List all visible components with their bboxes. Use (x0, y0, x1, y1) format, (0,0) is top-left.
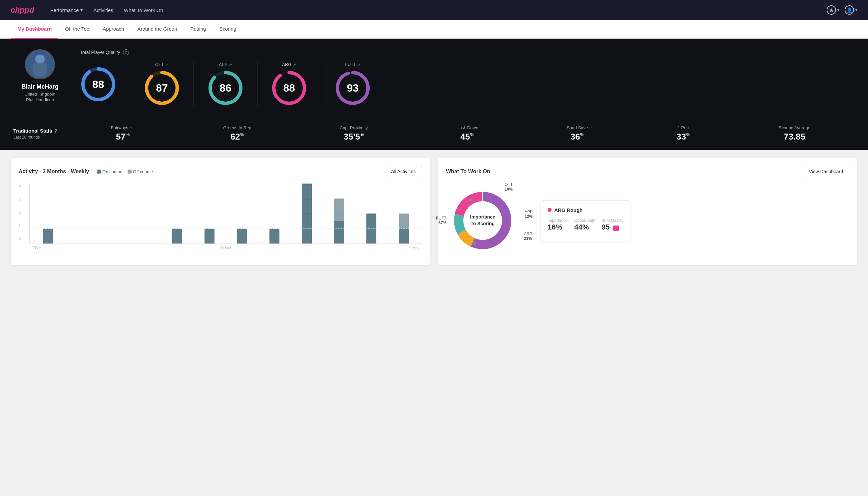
arg-value: 88 (283, 82, 295, 94)
tab-nav: My Dashboard Off the Tee Approach Around… (0, 20, 868, 38)
bar-chart-area (29, 184, 422, 244)
activity-card-header: Activity - 3 Months - Weekly On course O… (19, 166, 422, 177)
player-country: United Kingdom (25, 92, 56, 97)
metric-importance: Importance 16% (548, 218, 568, 232)
tab-around-the-green[interactable]: Around the Green (130, 20, 184, 38)
bar-group-10 (324, 199, 355, 244)
stat-fairways-hit: Fairways Hit 57% (111, 125, 135, 142)
info-card: ARG Rough Importance 16% Opportunity 44%… (541, 200, 630, 241)
view-dashboard-button[interactable]: View Dashboard (803, 166, 849, 177)
player-handicap: Plus Handicap (26, 97, 54, 102)
svg-rect-2 (33, 63, 47, 73)
what-to-work-on-card: What To Work On View Dashboard (438, 158, 857, 265)
bar-group-7 (226, 229, 257, 244)
ott-label: OTT ↗ (155, 62, 169, 67)
info-metrics: Importance 16% Opportunity 44% Shot Qual… (548, 218, 623, 232)
hero-section: Blair McHarg United Kingdom Plus Handica… (0, 38, 868, 117)
tab-my-dashboard[interactable]: My Dashboard (11, 20, 58, 38)
donut-chart: Importance To Scoring PUTT 57% OTT 10% A… (446, 184, 519, 257)
activity-chart-title: Activity - 3 Months - Weekly (19, 169, 89, 174)
header-right: ⊕ ▾ 👤 ▾ (827, 5, 857, 15)
bar-group-9 (291, 184, 322, 244)
donut-label-ott: OTT 10% (505, 182, 512, 191)
tab-off-the-tee[interactable]: Off the Tee (58, 20, 96, 38)
bottom-section: Activity - 3 Months - Weekly On course O… (0, 150, 868, 273)
score-card-ott: OTT ↗ 87 (130, 62, 194, 106)
tpq-circle: 88 (80, 66, 116, 103)
stats-help-icon[interactable]: ? (54, 128, 57, 134)
stat-up-down: Up & Down 45% (456, 125, 478, 142)
donut-label-arg: ARG 21% (524, 232, 533, 241)
stat-1putt: 1 Putt 33% (677, 125, 690, 142)
add-button[interactable]: ⊕ ▾ (827, 5, 839, 15)
on-course-dot (97, 170, 101, 173)
stat-sand-save: Sand Save 36% (567, 125, 588, 142)
app-label: APP ↗ (219, 62, 232, 67)
help-icon[interactable]: ? (123, 49, 129, 55)
arg-circle: 88 (271, 69, 307, 106)
work-card-header: What To Work On View Dashboard (446, 166, 849, 177)
info-card-title: ARG Rough (548, 207, 623, 213)
app-value: 86 (220, 82, 232, 94)
score-card-app: APP ↗ 86 (194, 62, 257, 106)
x-axis-labels: 7 Feb 28 Mar 9 May (29, 244, 422, 250)
stats-subtitle: Last 20 rounds (13, 135, 67, 140)
tab-putting[interactable]: Putting (184, 20, 213, 38)
tpq-value: 88 (92, 78, 104, 90)
bar-group-12 (388, 214, 419, 244)
work-card-title: What To Work On (446, 169, 490, 174)
stats-title: Traditional Stats ? (13, 128, 67, 134)
chart-legend: On course Off course (97, 169, 153, 174)
pink-dot-icon (548, 208, 552, 212)
putt-label: PUTT ↗ (345, 62, 361, 67)
ott-value: 87 (156, 82, 168, 94)
avatar (25, 49, 55, 79)
tpq-label: Total Player Quality ? (80, 49, 855, 55)
activity-card: Activity - 3 Months - Weekly On course O… (11, 158, 430, 265)
stat-app-proximity: App. Proximity 35'5" (340, 125, 368, 142)
tab-approach[interactable]: Approach (96, 20, 130, 38)
logo: clippd (11, 5, 34, 15)
stats-label: Traditional Stats ? Last 20 rounds (13, 128, 67, 140)
arg-label: ARG ↗ (282, 62, 296, 67)
score-card-arg: ARG ↗ 88 (257, 62, 321, 106)
user-button[interactable]: 👤 ▾ (845, 5, 857, 15)
stats-section: Traditional Stats ? Last 20 rounds Fairw… (0, 117, 868, 150)
putt-value: 93 (347, 82, 359, 94)
scores-section: Total Player Quality ? 88 OTT ↗ (80, 49, 855, 106)
all-activities-button[interactable]: All Activities (385, 166, 422, 177)
stat-greens-in-reg: Greens In Reg 62% (223, 125, 251, 142)
donut-section: Importance To Scoring PUTT 57% OTT 10% A… (446, 184, 849, 257)
metric-shot-quality: Shot Quality 95 ↓ (601, 218, 623, 232)
score-card-putt: PUTT ↗ 93 (321, 62, 384, 106)
header: clippd Performance ▾ Activities What To … (0, 0, 868, 20)
bar-group-6 (194, 229, 225, 244)
ott-circle: 87 (144, 69, 180, 106)
nav-what-to-work-on[interactable]: What To Work On (124, 7, 163, 13)
shot-quality-badge: ↓ (613, 226, 619, 231)
score-cards: 88 OTT ↗ 87 AP (80, 62, 855, 106)
putt-circle: 93 (334, 69, 371, 106)
off-course-dot (128, 170, 131, 173)
donut-label-putt: PUTT 57% (436, 216, 446, 225)
bar-group-11 (356, 214, 387, 244)
legend-off-course: Off course (128, 169, 153, 174)
stat-scoring-avg: Scoring Average 73.85 (779, 125, 810, 142)
score-card-tpq: 88 (80, 66, 130, 103)
nav-performance[interactable]: Performance ▾ (50, 7, 83, 13)
donut-label-app: APP 12% (525, 210, 533, 219)
bar-group-1 (32, 229, 63, 244)
stat-items: Fairways Hit 57% Greens In Reg 62% App. … (67, 125, 855, 142)
tab-scoring[interactable]: Scoring (212, 20, 243, 38)
nav-activities[interactable]: Activities (94, 7, 113, 13)
legend-on-course: On course (97, 169, 122, 174)
app-circle: 86 (207, 69, 244, 106)
player-name: Blair McHarg (21, 83, 58, 90)
metric-opportunity: Opportunity 44% (574, 218, 595, 232)
main-nav: Performance ▾ Activities What To Work On (50, 7, 163, 13)
bar-group-8 (259, 229, 290, 244)
bar-group-5 (162, 229, 193, 244)
svg-point-0 (35, 55, 45, 64)
donut-center-text: Importance To Scoring (470, 214, 495, 227)
player-info: Blair McHarg United Kingdom Plus Handica… (13, 49, 67, 102)
